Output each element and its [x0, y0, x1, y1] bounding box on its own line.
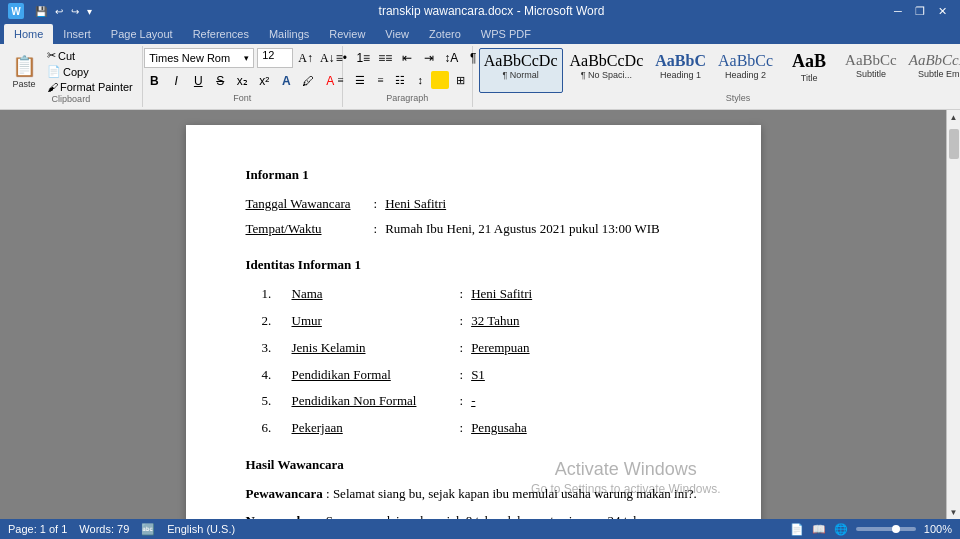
underline-button[interactable]: U: [188, 71, 208, 91]
tab-view[interactable]: View: [375, 24, 419, 44]
style-normal[interactable]: AaBbCcDc ¶ Normal: [479, 48, 563, 93]
style-no-spacing[interactable]: AaBbCcDc ¶ No Spaci...: [565, 48, 649, 93]
paste-button[interactable]: 📋 Paste: [6, 52, 42, 91]
close-button[interactable]: ✕: [932, 1, 952, 21]
style-subtle-em[interactable]: AaBbCcDc Subtle Em...: [904, 48, 960, 93]
style-heading1[interactable]: AaBbC Heading 1: [650, 48, 711, 93]
scroll-thumb[interactable]: [949, 129, 959, 159]
minimize-button[interactable]: ─: [888, 1, 908, 21]
font-name-selector[interactable]: Times New Rom ▾: [144, 48, 254, 68]
paragraph-group-label: Paragraph: [386, 93, 428, 105]
strikethrough-button[interactable]: S: [210, 71, 230, 91]
tab-mailings[interactable]: Mailings: [259, 24, 319, 44]
word-count: Words: 79: [79, 523, 129, 536]
item-value-4: S1: [471, 365, 485, 386]
italic-button[interactable]: I: [166, 71, 186, 91]
alignment-buttons: ≡ ☰ ≡ ☷ ↕ ⊞: [331, 71, 469, 89]
cut-button[interactable]: ✂ Cut: [44, 48, 136, 63]
title-bar: W 💾 ↩ ↪ ▾ transkip wawancara.docx - Micr…: [0, 0, 960, 22]
clipboard-small-buttons: ✂ Cut 📄 Copy 🖌 Format Painter: [44, 48, 136, 94]
customize-quick-btn[interactable]: ▾: [84, 5, 95, 18]
scroll-track[interactable]: [947, 124, 961, 505]
item-label-5: Pendidikan Non Formal: [292, 391, 452, 412]
tab-insert[interactable]: Insert: [53, 24, 101, 44]
style-subtitle-label: Subtitle: [856, 69, 886, 79]
bullets-button[interactable]: ≡•: [331, 48, 351, 68]
font-size-selector[interactable]: 12: [257, 48, 293, 68]
status-left: Page: 1 of 1 Words: 79 🔤 English (U.S.): [8, 523, 235, 536]
justify-button[interactable]: ☷: [391, 71, 409, 89]
text-effects-button[interactable]: A: [276, 71, 296, 91]
tab-zotero[interactable]: Zotero: [419, 24, 471, 44]
tab-wps-pdf[interactable]: WPS PDF: [471, 24, 541, 44]
document-page[interactable]: Informan 1 Tanggal Wawancara : Heni Safi…: [186, 125, 761, 519]
undo-quick-btn[interactable]: ↩: [52, 5, 66, 18]
multilevel-button[interactable]: ≡≡: [375, 48, 395, 68]
zoom-slider[interactable]: [856, 527, 916, 531]
tab-page-layout[interactable]: Page Layout: [101, 24, 183, 44]
style-title[interactable]: AaB Title: [780, 48, 838, 93]
grow-font-icon[interactable]: A↑: [296, 49, 315, 68]
paragraph-group: ≡• 1≡ ≡≡ ⇤ ⇥ ↕A ¶ ≡ ☰ ≡ ☷ ↕ ⊞ Paragraph: [343, 46, 473, 107]
style-normal-preview: AaBbCcDc: [484, 51, 558, 70]
font-size-value: 12: [262, 49, 274, 61]
text-highlight-button[interactable]: 🖊: [298, 71, 318, 91]
style-subtitle[interactable]: AaBbCc Subtitle: [840, 48, 902, 93]
tanggal-colon: :: [374, 194, 378, 215]
main-area: Informan 1 Tanggal Wawancara : Heni Safi…: [0, 110, 960, 519]
copy-button[interactable]: 📄 Copy: [44, 64, 136, 79]
tempat-value: Rumah Ibu Heni, 21 Agustus 2021 pukul 13…: [385, 219, 660, 240]
decrease-indent-button[interactable]: ⇤: [397, 48, 417, 68]
sort-button[interactable]: ↕A: [441, 48, 461, 68]
tab-references[interactable]: References: [183, 24, 259, 44]
zoom-thumb: [892, 525, 900, 533]
align-right-button[interactable]: ≡: [371, 71, 389, 89]
paste-label: Paste: [12, 79, 35, 89]
copy-label: Copy: [63, 66, 89, 78]
document-scroll-area[interactable]: Informan 1 Tanggal Wawancara : Heni Safi…: [0, 110, 946, 519]
vertical-scrollbar[interactable]: ▲ ▼: [946, 110, 960, 519]
numbering-button[interactable]: 1≡: [353, 48, 373, 68]
style-no-spacing-preview: AaBbCcDc: [570, 51, 644, 70]
item-label-6: Pekerjaan: [292, 418, 452, 439]
view-web-icon[interactable]: 🌐: [834, 523, 848, 536]
view-reading-icon[interactable]: 📖: [812, 523, 826, 536]
document-content: Informan 1 Tanggal Wawancara : Heni Safi…: [246, 165, 701, 519]
restore-button[interactable]: ❐: [910, 1, 930, 21]
line-spacing-button[interactable]: ↕: [411, 71, 429, 89]
scroll-down-button[interactable]: ▼: [947, 505, 961, 519]
format-painter-button[interactable]: 🖌 Format Painter: [44, 80, 136, 94]
item-value-2: 32 Tahun: [471, 311, 519, 332]
language-info: English (U.S.): [167, 523, 235, 536]
increase-indent-button[interactable]: ⇥: [419, 48, 439, 68]
borders-button[interactable]: ⊞: [451, 71, 469, 89]
font-name-value: Times New Rom: [149, 52, 230, 64]
style-title-preview: AaB: [792, 51, 826, 73]
tab-review[interactable]: Review: [319, 24, 375, 44]
scroll-up-button[interactable]: ▲: [947, 110, 961, 124]
redo-quick-btn[interactable]: ↪: [68, 5, 82, 18]
style-heading2-label: Heading 2: [725, 70, 766, 80]
style-heading2-preview: AaBbCc: [718, 51, 773, 70]
font-selectors: Times New Rom ▾ 12 A↑ A↓: [144, 48, 336, 68]
watermark-line1: Activate Windows: [531, 458, 720, 481]
informan1-heading: Informan 1: [246, 165, 701, 186]
superscript-button[interactable]: x²: [254, 71, 274, 91]
bold-button[interactable]: B: [144, 71, 164, 91]
subscript-button[interactable]: x₂: [232, 71, 252, 91]
shading-button[interactable]: [431, 71, 449, 89]
item-value-5: -: [471, 391, 475, 412]
style-heading2[interactable]: AaBbCc Heading 2: [713, 48, 778, 93]
align-center-button[interactable]: ☰: [351, 71, 369, 89]
pewawancara-colon: :: [326, 486, 333, 501]
item-label-4: Pendidikan Formal: [292, 365, 452, 386]
font-group: Times New Rom ▾ 12 A↑ A↓ B I U S x₂ x² A…: [143, 46, 343, 107]
clipboard-group: 📋 Paste ✂ Cut 📄 Copy 🖌 Format Painter Cl…: [0, 46, 143, 107]
item-colon-4: :: [460, 365, 464, 386]
tab-home[interactable]: Home: [4, 24, 53, 44]
styles-group: AaBbCcDc ¶ Normal AaBbCcDc ¶ No Spaci...…: [473, 46, 960, 107]
align-left-button[interactable]: ≡: [331, 71, 349, 89]
save-quick-btn[interactable]: 💾: [32, 5, 50, 18]
item-num-3: 3.: [262, 338, 292, 359]
view-normal-icon[interactable]: 📄: [790, 523, 804, 536]
